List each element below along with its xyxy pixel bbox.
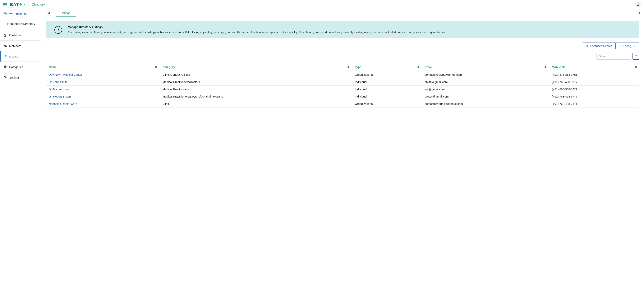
logo-suffix: I [22, 2, 24, 7]
column-header-mobile-no[interactable]: Mobile No [549, 63, 640, 71]
svg-point-3 [4, 45, 5, 46]
search-row [46, 53, 640, 60]
listing-mobile-cell: (+91) 876-358-3781 [549, 71, 640, 78]
listing-name-cell[interactable]: Dr. Robert Brown [46, 93, 160, 100]
tags-icon [4, 65, 7, 68]
svg-point-13 [586, 45, 588, 47]
sidebar-item-label: Members [9, 44, 21, 48]
listing-mobile-cell: (+91) 768-498-3777 [549, 78, 640, 86]
listing-email-cell: contact@downtownmed.com [422, 71, 549, 78]
user-icon [636, 3, 640, 6]
arrow-left-circle-icon [4, 12, 7, 15]
column-label: Mobile No [552, 65, 566, 68]
svg-point-11 [4, 66, 5, 67]
sidebar: My Directories Healthcare Directory Dash… [0, 9, 42, 301]
triangle-left-icon [638, 12, 640, 14]
sidebar-item-categories[interactable]: Categories [0, 62, 41, 72]
listing-type-cell: Organizational [352, 71, 422, 78]
app-title: Directory [32, 3, 45, 6]
breadcrumb-left: Listings [42, 9, 76, 17]
listing-mobile-cell: (+91) 896-358-3222 [549, 86, 640, 93]
sort-icon [635, 66, 637, 68]
listing-name-cell[interactable]: Downtown Medical Center [46, 71, 160, 78]
breadcrumb-home[interactable] [42, 9, 56, 17]
sidebar-item-label: Categories [9, 65, 23, 68]
listing-category-cell: Clinic/General Clinics [160, 71, 352, 78]
logo-reg: ® [24, 4, 26, 6]
members-icon [4, 44, 7, 48]
listing-name-cell[interactable]: Northside Dental Care [46, 100, 160, 108]
sidebar-item-members[interactable]: Members [0, 40, 41, 51]
list-view-toggle[interactable] [632, 53, 640, 60]
search-input[interactable] [596, 53, 631, 60]
svg-point-12 [5, 77, 6, 78]
gear-icon [4, 76, 7, 79]
svg-point-9 [4, 56, 4, 56]
chevron-down-icon [633, 44, 636, 48]
logo-divider [28, 2, 29, 7]
advanced-search-button[interactable]: Advanced Search [582, 43, 615, 49]
column-header-email[interactable]: Email [422, 63, 549, 71]
column-header-category[interactable]: Category [160, 63, 352, 71]
list-icon [634, 54, 638, 58]
add-listing-label: Listing [623, 44, 631, 48]
listing-category-cell: Clinic [160, 100, 352, 108]
listing-email-cell: lee@gmail.com [422, 86, 549, 93]
sidebar-item-listings[interactable]: Listings [0, 51, 41, 62]
sidebar-item-label: Settings [9, 76, 20, 79]
header-left: BAT I® Directory [3, 2, 45, 7]
plus-icon [619, 44, 622, 48]
top-header: BAT I® Directory [0, 0, 644, 9]
svg-point-4 [6, 45, 6, 46]
column-label: Category [162, 65, 175, 68]
sort-icon [348, 66, 350, 68]
sort-icon [418, 66, 419, 68]
breadcrumb-chevron-icon [74, 9, 78, 16]
table-row: Dr. John SmithMedical Practitioners/Doct… [46, 78, 640, 86]
svg-point-8 [4, 55, 4, 56]
info-icon: i [54, 26, 62, 34]
header-right [635, 2, 641, 8]
home-icon [47, 12, 50, 14]
listing-email-cell: brown@gmail.com [422, 93, 549, 100]
sort-icon [544, 66, 546, 68]
info-body: The Listings screen allows you to view, … [68, 31, 447, 34]
listing-name-cell[interactable]: Dr. Michael Lee [46, 86, 160, 93]
column-header-type[interactable]: Type [352, 63, 422, 71]
column-label: Name [49, 65, 56, 68]
column-header-name[interactable]: Name [46, 63, 160, 71]
logo-text: BAT [10, 2, 19, 7]
add-listing-button[interactable]: Listing [616, 43, 639, 49]
table-row: Dr. Michael LeeMedical PractitionersIndi… [46, 86, 640, 93]
avatar[interactable] [635, 2, 641, 8]
listing-email-cell: smith@gmail.com [422, 78, 549, 86]
toolbar: Advanced Search Listing [46, 42, 640, 49]
column-label: Email [425, 65, 432, 68]
listing-category-cell: Medical Practitioners/Doctors/Ophthalmol… [160, 93, 352, 100]
sort-icon [155, 66, 157, 68]
home-icon [4, 34, 7, 37]
info-banner: i Manage Directory Listings! The Listing… [46, 21, 640, 38]
sidebar-item-settings[interactable]: Settings [0, 72, 41, 83]
collapse-panel-button[interactable] [634, 9, 644, 17]
listings-table: NameCategoryTypeEmailMobile No Downtown … [46, 63, 640, 108]
svg-point-10 [4, 57, 4, 58]
sidebar-item-dashboard[interactable]: Dashboard [0, 30, 41, 40]
svg-point-20 [635, 55, 635, 56]
table-header-row: NameCategoryTypeEmailMobile No [46, 63, 640, 71]
main-content: Listings i Manage Directory Listings! Th… [42, 9, 644, 301]
listing-mobile-cell: (+91) 768-498-3111 [549, 100, 640, 108]
breadcrumb-current[interactable]: Listings [56, 9, 76, 17]
listing-name-cell[interactable]: Dr. John Smith [46, 78, 160, 86]
hamburger-icon[interactable] [3, 3, 7, 6]
listing-mobile-cell: (+91) 768-498-3777 [549, 93, 640, 100]
breadcrumb-bar: Listings [42, 9, 644, 17]
svg-point-0 [638, 4, 639, 4]
directory-name: Healthcare Directory [0, 18, 41, 30]
advanced-search-label: Advanced Search [590, 44, 612, 48]
logo[interactable]: BAT I® Directory [10, 2, 45, 7]
back-to-directories[interactable]: My Directories [0, 9, 41, 18]
listing-type-cell: Individual [352, 86, 422, 93]
listing-category-cell: Medical Practitioners/Doctors [160, 78, 352, 86]
list-icon [4, 54, 7, 58]
